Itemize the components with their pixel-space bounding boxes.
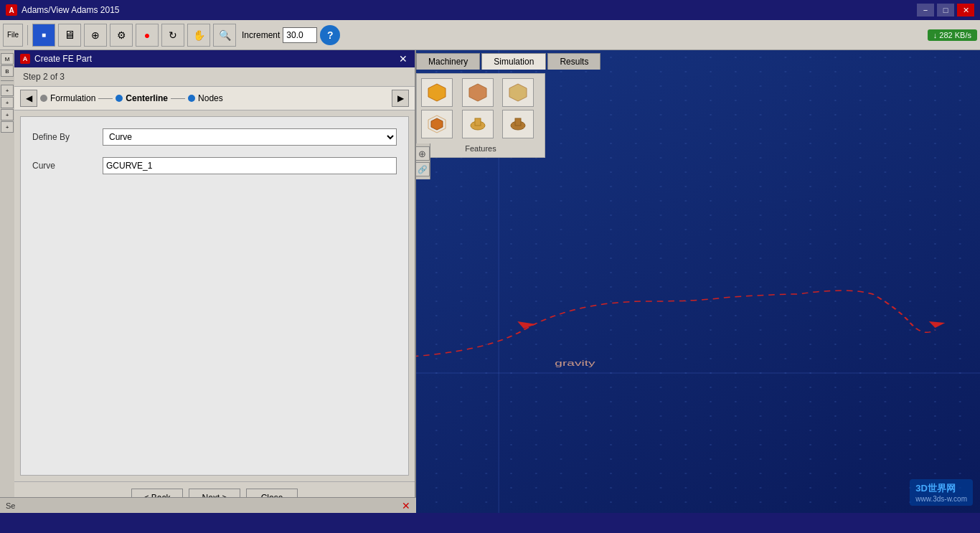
status-text: Se bbox=[6, 501, 15, 510]
edge-btn-6[interactable]: + bbox=[1, 121, 14, 133]
feature-icon-2[interactable] bbox=[462, 78, 494, 107]
wizard-step-centerline: Centerline bbox=[126, 93, 168, 103]
dialog-title: Create FE Part bbox=[34, 54, 92, 64]
define-by-row: Define By Curve Points Line bbox=[32, 128, 397, 146]
features-panel: Features bbox=[416, 73, 545, 158]
close-button[interactable]: ✕ bbox=[957, 4, 974, 16]
increment-label: Increment bbox=[242, 30, 280, 40]
wizard-nav: ◀ Formulation Centerline Nodes ▶ bbox=[14, 86, 415, 110]
mid-toolbar: ⊕ 🔗 bbox=[415, 143, 430, 179]
feature-icon-1[interactable] bbox=[421, 78, 453, 107]
main-toolbar: File ■ 🖥 ⊕ ⚙ ● ↻ ✋ 🔍 Increment ? ↓ 282 K… bbox=[0, 20, 980, 50]
app-icon: A bbox=[6, 4, 17, 16]
watermark-url: www.3ds-w.com bbox=[915, 495, 967, 503]
window-controls: − □ ✕ bbox=[917, 4, 974, 16]
dialog-icon: A bbox=[20, 54, 30, 64]
increment-input[interactable] bbox=[283, 27, 317, 43]
toolbar-rotate-btn[interactable]: ↻ bbox=[161, 24, 184, 47]
curve-input[interactable] bbox=[103, 157, 397, 174]
dialog-step-label: Step 2 of 3 bbox=[14, 67, 415, 86]
wizard-step-label-centerline: Centerline bbox=[126, 93, 168, 103]
tab-machinery[interactable]: Machinery bbox=[416, 53, 480, 70]
toolbar-separator bbox=[27, 25, 28, 45]
title-bar: A Adams/View Adams 2015 − □ ✕ bbox=[0, 0, 980, 20]
curve-row: Curve bbox=[32, 157, 397, 174]
wizard-next-button[interactable]: ▶ bbox=[392, 90, 409, 107]
svg-rect-18 bbox=[475, 118, 481, 126]
toolbar-zoom-btn[interactable]: 🔍 bbox=[213, 24, 236, 47]
feature-icon-5[interactable] bbox=[462, 110, 494, 138]
toolbar-record-btn[interactable]: ● bbox=[136, 24, 159, 47]
feature-icon-3[interactable] bbox=[502, 78, 534, 107]
feature-icons-grid bbox=[421, 78, 540, 138]
wizard-dot-formulation bbox=[40, 95, 47, 102]
wizard-dot-active bbox=[116, 95, 123, 102]
edge-btn-2[interactable]: B bbox=[1, 65, 14, 77]
app-title: Adams/View Adams 2015 bbox=[22, 5, 120, 15]
minimize-button[interactable]: − bbox=[917, 4, 934, 16]
file-menu[interactable]: File bbox=[3, 24, 23, 47]
watermark: 3D世界网 www.3ds-w.com bbox=[910, 479, 973, 506]
help-button[interactable]: ? bbox=[320, 25, 340, 45]
mid-btn-2[interactable]: 🔗 bbox=[415, 162, 430, 176]
toolbar-blue-btn[interactable]: ■ bbox=[32, 24, 55, 47]
toolbar-gear-btn[interactable]: ⚙ bbox=[110, 24, 133, 47]
content-area: gravity Machinery Simulation Results bbox=[0, 50, 980, 513]
svg-marker-15 bbox=[431, 118, 443, 130]
edge-btn-4[interactable]: + bbox=[1, 97, 14, 108]
feature-icon-4[interactable] bbox=[421, 110, 453, 138]
edge-btn-1[interactable]: M bbox=[1, 53, 14, 65]
svg-marker-14 bbox=[509, 84, 527, 101]
dialog-close-button[interactable]: ✕ bbox=[397, 53, 409, 65]
maximize-button[interactable]: □ bbox=[937, 4, 954, 16]
wizard-step-label-nodes: Nodes bbox=[198, 93, 223, 103]
left-edge-toolbar: M B + + + + bbox=[0, 50, 14, 513]
svg-marker-12 bbox=[428, 84, 446, 101]
dialog-body: Define By Curve Points Line Curve bbox=[20, 116, 409, 476]
status-icon: ✕ bbox=[402, 500, 410, 511]
toolbar-target-btn[interactable]: ⊕ bbox=[84, 24, 107, 47]
feature-icon-6[interactable] bbox=[502, 110, 534, 138]
mid-btn-1[interactable]: ⊕ bbox=[415, 146, 430, 161]
watermark-text: 3D世界网 bbox=[915, 482, 967, 495]
tab-simulation[interactable]: Simulation bbox=[481, 53, 546, 70]
define-by-select[interactable]: Curve Points Line bbox=[103, 128, 397, 146]
svg-text:gravity: gravity bbox=[555, 359, 595, 367]
tab-results[interactable]: Results bbox=[547, 53, 600, 70]
toolbar-hand-btn[interactable]: ✋ bbox=[187, 24, 210, 47]
wizard-connector-2 bbox=[171, 98, 185, 99]
dialog-window: A Create FE Part ✕ Step 2 of 3 ◀ Formula… bbox=[14, 50, 416, 513]
define-by-label: Define By bbox=[32, 132, 97, 142]
dialog-titlebar: A Create FE Part ✕ bbox=[14, 50, 415, 67]
wizard-step-nodes: Nodes bbox=[198, 93, 223, 103]
edge-btn-5[interactable]: + bbox=[1, 109, 14, 121]
wizard-dot-nodes bbox=[188, 95, 195, 102]
edge-btn-3[interactable]: + bbox=[1, 85, 14, 96]
toolbar-monitor-btn[interactable]: 🖥 bbox=[58, 24, 81, 47]
tab-bar: Machinery Simulation Results bbox=[416, 50, 602, 70]
wizard-prev-button[interactable]: ◀ bbox=[20, 90, 37, 107]
edge-separator bbox=[1, 80, 14, 81]
svg-rect-20 bbox=[515, 118, 521, 126]
features-label: Features bbox=[421, 144, 540, 153]
svg-marker-13 bbox=[469, 84, 486, 101]
curve-label: Curve bbox=[32, 161, 97, 171]
network-speed-badge: ↓ 282 KB/s bbox=[928, 29, 977, 41]
wizard-connector-1 bbox=[98, 98, 113, 99]
wizard-step-formulation: Formulation bbox=[40, 93, 95, 103]
wizard-step-label-formulation: Formulation bbox=[50, 93, 95, 103]
status-bar: Se ✕ bbox=[0, 497, 416, 513]
